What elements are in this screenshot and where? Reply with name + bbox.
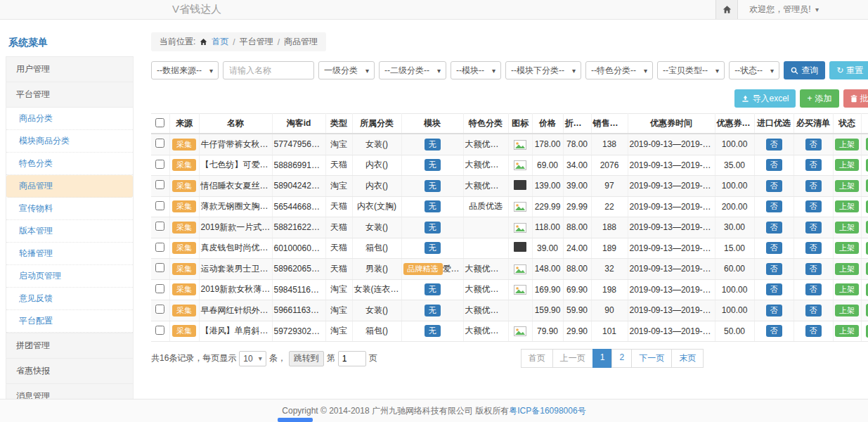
column-header: 特色分类 <box>463 114 508 134</box>
must-buy-toggle[interactable]: 否 <box>805 263 822 275</box>
filter-select[interactable]: --宝贝类型--▾ <box>657 61 725 79</box>
sidebar-item[interactable]: 特色分类 <box>6 153 133 175</box>
filter-select[interactable]: --模块下分类--▾ <box>505 61 581 79</box>
refresh-icon: ↻ <box>836 65 843 75</box>
sidebar-item[interactable]: 版本管理 <box>6 220 133 243</box>
reset-button[interactable]: ↻ 重置 <box>829 61 868 79</box>
imported-toggle[interactable]: 否 <box>766 180 782 192</box>
must-buy-toggle[interactable]: 否 <box>805 242 822 254</box>
imported-toggle[interactable]: 否 <box>766 159 782 171</box>
imported-toggle[interactable]: 否 <box>766 242 782 254</box>
row-checkbox[interactable] <box>155 305 164 314</box>
must-buy-toggle[interactable]: 否 <box>805 180 822 192</box>
sidebar-item[interactable]: 轮播管理 <box>6 243 133 265</box>
imported-toggle[interactable]: 否 <box>766 325 782 337</box>
add-button[interactable]: + 添加 <box>800 89 838 108</box>
status-badge[interactable]: 上架 <box>835 305 859 316</box>
batch-delete-button[interactable]: 批量删除 <box>843 89 868 108</box>
row-checkbox[interactable] <box>155 222 164 231</box>
status-badge[interactable]: 上架 <box>835 200 859 212</box>
status-badge[interactable]: 上架 <box>835 180 859 192</box>
row-checkbox[interactable] <box>155 180 164 189</box>
sidebar-item[interactable]: 宣传物料 <box>6 198 133 220</box>
must-buy-toggle[interactable]: 否 <box>805 200 822 212</box>
sidebar-group[interactable]: 平台管理 <box>6 82 134 107</box>
source-select[interactable]: --数据来源-- ▾ <box>151 61 219 79</box>
taoke-id: 596611634525 <box>272 300 325 321</box>
jump-button[interactable]: 跳转到 <box>289 351 324 366</box>
row-checkbox[interactable] <box>155 201 164 210</box>
must-buy-toggle[interactable]: 否 <box>805 283 822 295</box>
filter-select[interactable]: --模块--▾ <box>451 61 501 79</box>
icp-link[interactable]: 粤ICP备16098006号 <box>509 405 585 417</box>
coupon-amount: 50.00 <box>715 321 754 342</box>
sidebar-item[interactable]: 平台配置 <box>6 310 133 333</box>
imported-toggle[interactable]: 否 <box>766 222 782 234</box>
page-link[interactable]: 首页 <box>521 349 553 368</box>
sidebar-item[interactable]: 商品分类 <box>6 108 133 130</box>
search-button[interactable]: 查询 <box>784 61 825 79</box>
imported-toggle[interactable]: 否 <box>766 263 782 275</box>
select-all-checkbox[interactable] <box>155 118 164 127</box>
imported-toggle[interactable]: 否 <box>766 139 782 151</box>
product-category: 女装(连衣裙) <box>352 279 401 300</box>
sidebar-group[interactable]: 省惠快报 <box>6 358 134 383</box>
sidebar-item[interactable]: 意见反馈 <box>6 288 133 310</box>
records-summary: 共16条记录，每页显示 <box>151 352 236 364</box>
feature-category <box>463 238 508 259</box>
page-link[interactable]: 1 <box>592 349 613 368</box>
row-checkbox[interactable] <box>155 243 164 252</box>
must-buy-toggle[interactable]: 否 <box>805 222 822 234</box>
status-badge[interactable]: 上架 <box>835 325 859 337</box>
must-buy-toggle[interactable]: 否 <box>805 325 822 337</box>
sidebar-item[interactable]: 模块商品分类 <box>6 130 133 153</box>
status-badge[interactable]: 上架 <box>835 283 859 295</box>
discount-price: 29.99 <box>563 196 591 217</box>
sidebar-item[interactable]: 商品管理 <box>6 175 133 198</box>
name-search-input[interactable] <box>223 61 314 79</box>
home-button[interactable] <box>715 0 738 19</box>
sidebar-group[interactable]: 拼团管理 <box>6 333 134 358</box>
status-badge[interactable]: 上架 <box>835 242 859 254</box>
filter-select[interactable]: --状态--▾ <box>729 61 779 79</box>
page-link[interactable]: 上一页 <box>552 349 593 368</box>
module-badge: 无 <box>425 139 441 151</box>
page-link[interactable]: 下一页 <box>631 349 672 368</box>
imported-toggle[interactable]: 否 <box>766 200 782 212</box>
filter-select[interactable]: --特色分类--▾ <box>585 61 653 79</box>
must-buy-toggle[interactable]: 否 <box>805 159 822 171</box>
user-menu[interactable]: 欢迎您，管理员! ▾ <box>738 4 868 15</box>
status-badge[interactable]: 上架 <box>835 159 859 171</box>
row-checkbox[interactable] <box>155 263 164 272</box>
page-number-input[interactable] <box>338 351 366 366</box>
table-row: 采集2019新款一片式系...588216228899天猫女装()无118.00… <box>151 217 868 238</box>
status-badge[interactable]: 上架 <box>835 222 859 234</box>
must-buy-toggle[interactable]: 否 <box>805 305 822 316</box>
per-page-select[interactable]: 10 ▾ <box>239 351 266 366</box>
breadcrumb-home-link[interactable]: 首页 <box>212 36 228 48</box>
coupon-amount: 60.00 <box>715 259 754 280</box>
column-header: 优惠券金额 <box>715 114 754 134</box>
row-checkbox[interactable] <box>155 160 164 169</box>
column-header: 类型 <box>325 114 352 134</box>
must-buy-toggle[interactable]: 否 <box>805 139 822 151</box>
chevron-down-icon: ▾ <box>572 67 576 75</box>
status-badge[interactable]: 上架 <box>835 139 859 151</box>
imported-toggle[interactable]: 否 <box>766 283 782 295</box>
imported-toggle[interactable]: 否 <box>766 305 782 316</box>
page-link[interactable]: 末页 <box>671 349 704 368</box>
import-excel-button[interactable]: 导入excel <box>734 89 796 108</box>
sidebar-group[interactable]: 用户管理 <box>6 56 134 82</box>
status-badge[interactable]: 上架 <box>835 263 859 275</box>
product-name: 运动套装男士卫衣初秋... <box>199 259 272 280</box>
filter-select[interactable]: 一级分类▾ <box>318 61 375 79</box>
module-badge: 无 <box>425 222 441 234</box>
row-checkbox[interactable] <box>155 139 164 148</box>
filter-select[interactable]: --二级分类--▾ <box>379 61 446 79</box>
page-link[interactable]: 2 <box>611 349 632 368</box>
row-checkbox[interactable] <box>155 326 164 335</box>
sidebar-item[interactable]: 启动页管理 <box>6 265 133 288</box>
sidebar-group[interactable]: 消息管理 <box>6 383 134 399</box>
row-checkbox[interactable] <box>155 284 164 293</box>
chevron-down-icon: ▾ <box>365 67 369 75</box>
